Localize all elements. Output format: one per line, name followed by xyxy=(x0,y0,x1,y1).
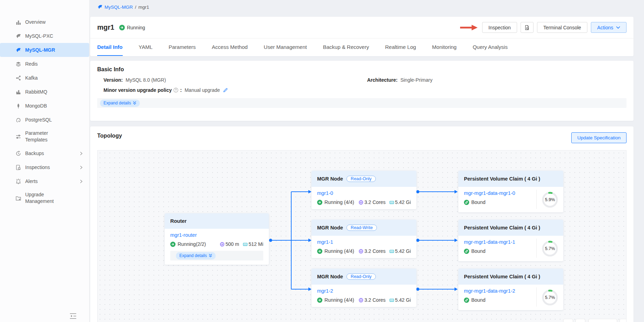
policy-colon: : xyxy=(180,87,182,93)
sidebar-item-parameter-templates[interactable]: Parameter Templates xyxy=(0,127,89,146)
folder-gear-icon xyxy=(15,195,21,201)
edit-pencil-icon[interactable] xyxy=(223,88,228,93)
terminal-console-button[interactable]: Terminal Console xyxy=(537,22,587,33)
tab-user-management[interactable]: User Management xyxy=(264,38,307,56)
bound-link-icon xyxy=(464,200,469,205)
usage-gauge: 5.9% xyxy=(541,191,559,209)
role-badge: Read-Only xyxy=(346,273,376,280)
pvc-status: Bound xyxy=(464,248,485,254)
architecture-label: Architecture: xyxy=(367,77,398,83)
basic-info-row-version: Version: MySQL 8.0 (MGR) Architecture: S… xyxy=(97,77,627,83)
inspection-button[interactable]: Inspection xyxy=(482,22,517,33)
tab-monitoring[interactable]: Monitoring xyxy=(432,38,457,56)
leaf-icon xyxy=(15,103,21,109)
tab-query-analysis[interactable]: Query Analysis xyxy=(473,38,508,56)
router-name-link[interactable]: mgr1-router xyxy=(170,232,263,238)
basic-info-title: Basic Info xyxy=(97,66,627,73)
pvc-status-label: Bound xyxy=(471,248,485,254)
canvas-control-button[interactable] xyxy=(575,319,585,322)
sidebar-item-mysql-mgr[interactable]: MySQL-MGR xyxy=(0,43,89,57)
sidebar-item-overview[interactable]: Overview xyxy=(0,15,89,29)
policy-label-group: Minor version upgrade policy : xyxy=(103,87,182,93)
divider xyxy=(536,239,537,258)
factory-icon xyxy=(15,89,21,95)
sidebar-item-upgrade-management[interactable]: Upgrade Management xyxy=(0,188,89,208)
inspection-report-button[interactable] xyxy=(521,22,534,33)
mgr-node-card: MGR Node Read-Only mgr1-0 Running (4/4) … xyxy=(312,171,416,209)
cpu-icon xyxy=(220,242,225,247)
pvc-header-label: Persistent Volume Claim ( 4 Gi ) xyxy=(464,274,540,279)
sidebar-item-alerts[interactable]: Alerts xyxy=(0,174,89,188)
mgr-node-name-link[interactable]: mgr1-0 xyxy=(317,190,411,196)
breadcrumb-app-link[interactable]: MySQL-MGR xyxy=(97,4,133,10)
mgr-node-status: Running (4/4) xyxy=(317,199,354,205)
actions-button[interactable]: Actions xyxy=(591,22,627,33)
breadcrumb-app-label: MySQL-MGR xyxy=(105,5,133,10)
sidebar-item-mysql-pxc[interactable]: MySQL-PXC xyxy=(0,29,89,43)
mgr-node-header-label: MGR Node xyxy=(317,274,343,279)
running-status-icon xyxy=(119,25,125,30)
mgr-node-status: Running (4/4) xyxy=(317,248,354,254)
router-cpu-value: 500 m xyxy=(226,241,239,247)
tab-detail-info[interactable]: Detail Info xyxy=(97,38,123,56)
alarm-icon xyxy=(15,178,21,184)
sidebar-item-postgresql[interactable]: PostgreSQL xyxy=(0,113,89,127)
sidebar-item-kafka[interactable]: Kafka xyxy=(0,71,89,85)
collapse-sidebar-icon[interactable] xyxy=(69,313,77,320)
pvc-body: mgr-mgr1-data-mgr1-0 Bound 5.9% xyxy=(458,187,563,212)
router-expand-label: Expand details xyxy=(179,253,207,258)
mgr-node-mem-value: 5.42 Gi xyxy=(395,297,411,303)
mgr-node-name-link[interactable]: mgr1-1 xyxy=(317,239,411,245)
sidebar-item-label: PostgreSQL xyxy=(25,117,52,123)
app-root: Overview MySQL-PXC MySQL-MGR Redis Kafka… xyxy=(0,0,644,322)
mgr-node-header: MGR Node Read-Write xyxy=(312,220,416,236)
pvc-body: mgr-mgr1-data-mgr1-2 Bound 5.7% xyxy=(458,285,563,310)
chevron-right-icon xyxy=(80,180,83,183)
mgr-node-header-label: MGR Node xyxy=(317,225,343,230)
policy-value: Manual upgrade xyxy=(185,87,220,93)
help-circle-icon[interactable] xyxy=(173,88,178,93)
sidebar-item-mongodb[interactable]: MongoDB xyxy=(0,99,89,113)
canvas-zoom-slider[interactable] xyxy=(588,319,617,322)
pvc-body: mgr-mgr1-data-mgr1-1 Bound 5.7% xyxy=(458,236,563,261)
version-label: Version: xyxy=(103,77,123,83)
double-chevron-down-icon xyxy=(209,254,212,257)
sidebar-item-backups[interactable]: Backups xyxy=(0,146,89,160)
pvc-status: Bound xyxy=(464,297,485,303)
topology-title: Topology xyxy=(97,133,627,139)
pvc-header: Persistent Volume Claim ( 4 Gi ) xyxy=(458,171,563,187)
memory-icon xyxy=(389,200,394,205)
tab-yaml[interactable]: YAML xyxy=(139,38,153,56)
tab-backup-recovery[interactable]: Backup & Recovery xyxy=(323,38,369,56)
breadcrumb: MySQL-MGR / mgr1 xyxy=(97,4,149,10)
router-card-body: mgr1-router Running(2/2) 500 m 512 Mi xyxy=(165,229,269,265)
sidebar-item-label: MongoDB xyxy=(25,103,47,109)
topology-canvas[interactable]: Router mgr1-router Running(2/2) 500 m xyxy=(97,150,627,322)
status-badge: Running xyxy=(119,25,145,30)
tab-realtime-log[interactable]: Realtime Log xyxy=(385,38,416,56)
bound-link-icon xyxy=(464,298,469,303)
file-search-icon xyxy=(15,164,21,170)
status-label: Running xyxy=(127,25,145,30)
canvas-control-button[interactable] xyxy=(620,319,627,322)
expand-details-button[interactable]: Expand details xyxy=(100,100,140,107)
role-badge: Read-Only xyxy=(346,176,376,182)
restore-icon xyxy=(15,151,21,156)
tab-access-method[interactable]: Access Method xyxy=(212,38,248,56)
router-expand-details-button[interactable]: Expand details xyxy=(176,252,216,259)
chevron-right-icon xyxy=(80,166,83,169)
pvc-header-label: Persistent Volume Claim ( 4 Gi ) xyxy=(464,225,540,230)
update-specification-button[interactable]: Update Specification xyxy=(571,132,627,143)
policy-label: Minor version upgrade policy xyxy=(103,87,172,93)
mgr-node-name-link[interactable]: mgr1-2 xyxy=(317,288,411,294)
sidebar-item-inspections[interactable]: Inspections xyxy=(0,160,89,174)
tab-parameters[interactable]: Parameters xyxy=(169,38,196,56)
dolphin-icon xyxy=(97,4,103,10)
canvas-control-button[interactable] xyxy=(563,319,573,322)
router-metrics: 500 m 512 Mi xyxy=(217,241,263,247)
usage-percent-label: 5.9% xyxy=(541,191,559,209)
sidebar-item-rabbitmq[interactable]: RabbitMQ xyxy=(0,85,89,99)
sidebar-item-redis[interactable]: Redis xyxy=(0,57,89,71)
sidebar-item-label: Kafka xyxy=(25,75,38,81)
pvc-header-label: Persistent Volume Claim ( 4 Gi ) xyxy=(464,176,540,182)
